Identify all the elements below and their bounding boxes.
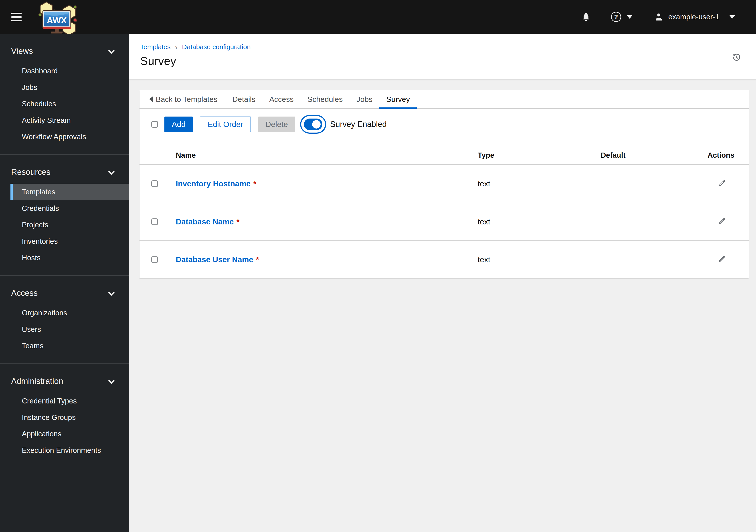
sidebar-item-instance-groups[interactable]: Instance Groups [0,409,129,426]
nav-section-views: Views Dashboard Jobs Schedules Activity … [0,34,129,154]
nav-section-header-views[interactable]: Views [0,44,129,58]
section-label: Views [11,46,33,56]
page-header: Templates › Database configuration Surve… [129,34,756,79]
survey-question-link[interactable]: Database User Name [176,255,253,264]
sidebar-item-applications[interactable]: Applications [0,426,129,442]
sidebar-item-dashboard[interactable]: Dashboard [0,63,129,79]
table-row: Inventory Hostname* text [140,165,749,202]
column-header-default: Default [601,151,708,159]
sidebar-item-execution-environments[interactable]: Execution Environments [0,442,129,459]
chevron-down-icon [108,47,115,54]
table-row: Database User Name* text [140,240,749,278]
edit-pencil-icon[interactable] [717,217,726,226]
help-icon: ? [611,12,621,22]
awx-logo[interactable]: AWX [33,0,80,34]
type-cell: text [478,255,601,264]
chevron-down-icon [627,15,632,19]
table-row: Database Name* text [140,202,749,240]
notifications-bell-icon[interactable] [581,12,590,22]
user-icon [654,12,663,22]
masthead-right: ? example-user-1 [581,12,756,22]
edit-order-button[interactable]: Edit Order [200,117,251,132]
tab-access[interactable]: Access [262,90,301,108]
svg-text:AWX: AWX [47,15,67,25]
nav-section-header-access[interactable]: Access [0,286,129,300]
column-header-name: Name [176,151,478,159]
divider [0,468,129,468]
delete-button[interactable]: Delete [258,117,295,132]
add-button[interactable]: Add [164,117,193,132]
sidebar-item-credentials[interactable]: Credentials [0,200,129,217]
nav-section-header-administration[interactable]: Administration [0,375,129,388]
tab-jobs[interactable]: Jobs [350,90,380,108]
section-label: Access [11,288,38,298]
sidebar-nav: Views Dashboard Jobs Schedules Activity … [0,34,129,532]
edit-pencil-icon[interactable] [717,179,726,189]
edit-pencil-icon[interactable] [717,254,726,264]
survey-question-link[interactable]: Database Name [176,217,234,226]
sidebar-item-workflow-approvals[interactable]: Workflow Approvals [0,128,129,145]
breadcrumb-link-templates[interactable]: Templates [140,43,171,51]
nav-section-access: Access Organizations Users Teams [0,276,129,363]
tab-details[interactable]: Details [225,90,262,108]
caret-left-icon [149,96,153,102]
sidebar-item-users[interactable]: Users [0,321,129,338]
page-title: Survey [140,54,742,67]
column-header-type: Type [478,151,601,159]
type-cell: text [478,179,601,188]
required-asterisk: * [253,179,256,188]
column-header-actions: Actions [708,151,749,159]
survey-enabled-toggle[interactable] [300,115,326,134]
sidebar-item-activity-stream[interactable]: Activity Stream [0,112,129,128]
sidebar-item-projects[interactable]: Projects [0,217,129,233]
sidebar-item-templates[interactable]: Templates [11,184,129,200]
tab-back-to-templates[interactable]: Back to Templates [149,90,221,108]
row-checkbox[interactable] [151,180,158,187]
main-content: Templates › Database configuration Surve… [129,34,756,532]
survey-question-link[interactable]: Inventory Hostname [176,179,251,188]
nav-toggle-icon[interactable] [11,11,22,23]
awx-logo-icon: AWX [33,0,80,34]
toggle-switch-icon [300,115,326,134]
chevron-down-icon [108,289,115,296]
user-menu[interactable]: example-user-1 [654,12,735,22]
row-checkbox[interactable] [151,218,158,225]
select-all-checkbox[interactable] [151,121,158,128]
required-asterisk: * [256,255,259,264]
nav-section-administration: Administration Credential Types Instance… [0,364,129,468]
tab-schedules[interactable]: Schedules [301,90,350,108]
chevron-down-icon [108,168,115,174]
sidebar-item-teams[interactable]: Teams [0,338,129,354]
sidebar-item-jobs[interactable]: Jobs [0,79,129,96]
toggle-label: Survey Enabled [330,120,387,129]
username-label: example-user-1 [668,13,719,21]
section-label: Administration [11,377,63,386]
nav-section-resources: Resources Templates Credentials Projects… [0,155,129,275]
section-label: Resources [11,168,50,177]
sidebar-item-hosts[interactable]: Hosts [0,250,129,266]
type-cell: text [478,217,601,226]
nav-section-header-resources[interactable]: Resources [0,166,129,179]
masthead: AWX ? example-user-1 [0,0,756,34]
chevron-down-icon [108,377,115,384]
survey-toolbar: Add Edit Order Delete Survey Enabled [140,109,749,146]
table-header: Name Type Default Actions [140,146,749,165]
sidebar-item-credential-types[interactable]: Credential Types [0,393,129,409]
tab-bar: Back to Templates Details Access Schedul… [140,90,749,109]
help-menu[interactable]: ? [611,12,632,22]
required-asterisk: * [236,217,240,226]
chevron-down-icon [730,15,735,19]
sidebar-item-inventories[interactable]: Inventories [0,233,129,250]
breadcrumb-link-database-configuration[interactable]: Database configuration [182,43,251,51]
breadcrumb-separator: › [175,43,177,50]
survey-card: Back to Templates Details Access Schedul… [140,90,749,278]
tab-survey[interactable]: Survey [379,90,417,108]
history-icon[interactable] [732,53,741,63]
breadcrumb: Templates › Database configuration [140,43,742,51]
sidebar-item-schedules[interactable]: Schedules [0,96,129,112]
row-checkbox[interactable] [151,256,158,263]
sidebar-item-organizations[interactable]: Organizations [0,305,129,321]
